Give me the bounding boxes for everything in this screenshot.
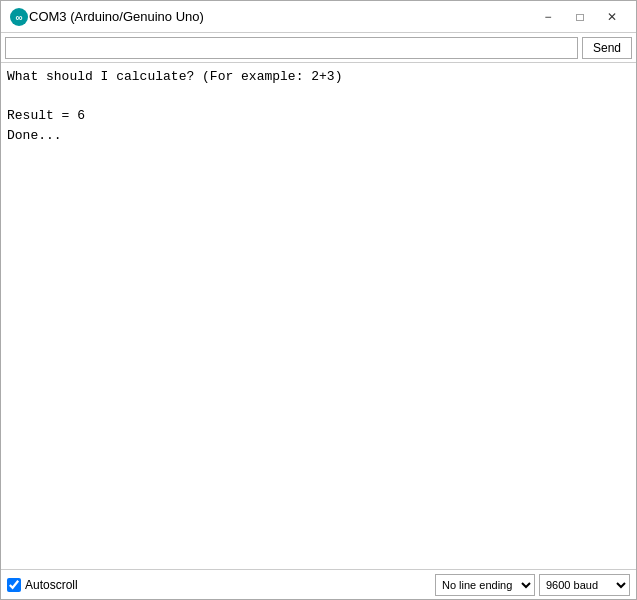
autoscroll-label: Autoscroll (25, 578, 78, 592)
toolbar: Send (1, 33, 636, 63)
autoscroll-area: Autoscroll (7, 578, 435, 592)
main-window: ∞ COM3 (Arduino/Genuino Uno) − □ ✕ Send … (0, 0, 637, 600)
svg-text:∞: ∞ (15, 12, 22, 23)
close-button[interactable]: ✕ (596, 5, 628, 29)
minimize-button[interactable]: − (532, 5, 564, 29)
maximize-button[interactable]: □ (564, 5, 596, 29)
status-bar: Autoscroll No line endingNewlineCarriage… (1, 569, 636, 599)
window-controls: − □ ✕ (532, 5, 628, 29)
serial-input[interactable] (5, 37, 578, 59)
line-ending-select[interactable]: No line endingNewlineCarriage returnBoth… (435, 574, 535, 596)
status-right: No line endingNewlineCarriage returnBoth… (435, 574, 630, 596)
window-title: COM3 (Arduino/Genuino Uno) (29, 9, 532, 24)
send-button[interactable]: Send (582, 37, 632, 59)
baud-rate-select[interactable]: 300 baud1200 baud2400 baud4800 baud9600 … (539, 574, 630, 596)
title-bar: ∞ COM3 (Arduino/Genuino Uno) − □ ✕ (1, 1, 636, 33)
arduino-logo-icon: ∞ (9, 7, 29, 27)
autoscroll-checkbox[interactable] (7, 578, 21, 592)
serial-output: What should I calculate? (For example: 2… (1, 63, 636, 569)
